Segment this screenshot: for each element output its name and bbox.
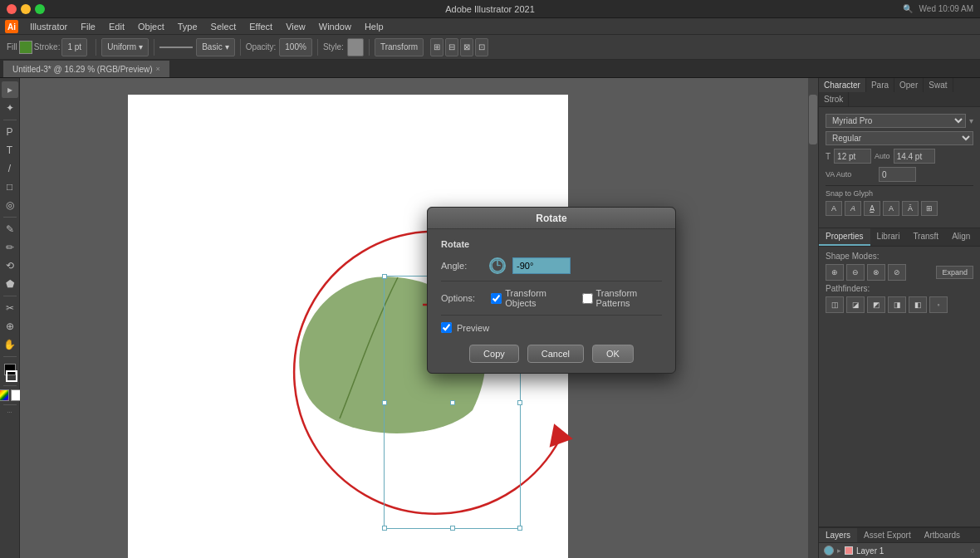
- copy-button[interactable]: Copy: [469, 345, 519, 363]
- sel-handle-tl[interactable]: [382, 274, 387, 279]
- distribute[interactable]: ⊡: [475, 38, 488, 56]
- style-input[interactable]: [347, 38, 364, 56]
- vertical-scrollbar[interactable]: [808, 78, 818, 558]
- tab-align[interactable]: Align: [945, 228, 977, 246]
- uniform-select[interactable]: Uniform ▾: [101, 38, 149, 56]
- leading-input[interactable]: [894, 149, 935, 164]
- tool-hand[interactable]: ✋: [2, 336, 18, 353]
- traffic-lights[interactable]: [7, 4, 45, 14]
- canvas-area[interactable]: Rotate Rotate Angle:: [20, 78, 818, 558]
- sel-handle-br[interactable]: [517, 526, 522, 531]
- basic-select[interactable]: Basic ▾: [196, 38, 234, 56]
- menu-view[interactable]: View: [279, 18, 312, 35]
- opacity-input[interactable]: 100%: [279, 38, 312, 56]
- tool-type[interactable]: T: [2, 142, 18, 159]
- document-tab[interactable]: Untitled-3* @ 16.29 % (RGB/Preview) ×: [3, 61, 169, 77]
- sel-handle-bl[interactable]: [382, 526, 387, 531]
- tab-artboards[interactable]: Artboards: [918, 528, 967, 542]
- font-style-select[interactable]: Regular: [826, 131, 973, 145]
- divide-btn[interactable]: ◫: [826, 296, 844, 313]
- sel-handle-mr[interactable]: [517, 400, 522, 405]
- transform-button[interactable]: Transform: [375, 38, 424, 56]
- stroke-style-selector[interactable]: [159, 46, 193, 48]
- merge-btn[interactable]: ◩: [867, 296, 885, 313]
- tool-zoom[interactable]: ⊕: [2, 318, 18, 335]
- tab-close-button[interactable]: ×: [156, 65, 160, 73]
- menu-select[interactable]: Select: [204, 18, 243, 35]
- align-left[interactable]: ⊞: [430, 38, 443, 56]
- tab-swatches[interactable]: Swat: [924, 78, 953, 92]
- glyph-btn-1[interactable]: A: [826, 201, 842, 216]
- tab-character[interactable]: Character: [819, 78, 866, 92]
- close-button[interactable]: [7, 4, 17, 14]
- angle-input[interactable]: [512, 257, 571, 274]
- exclude-btn[interactable]: ⊘: [888, 264, 906, 281]
- tab-opentype[interactable]: Oper: [894, 78, 924, 92]
- crop-btn[interactable]: ◨: [888, 296, 906, 313]
- tool-scissors[interactable]: ✂: [2, 300, 18, 316]
- tool-scale[interactable]: ⬟: [2, 276, 18, 292]
- tool-paintbrush[interactable]: ✎: [2, 221, 18, 237]
- glyph-btn-3[interactable]: A̲: [864, 201, 880, 216]
- align-center[interactable]: ⊟: [445, 38, 458, 56]
- trim-btn[interactable]: ◪: [846, 296, 865, 313]
- more-tools[interactable]: ···: [7, 409, 12, 416]
- menu-object[interactable]: Object: [131, 18, 171, 35]
- tool-pen[interactable]: P: [2, 124, 18, 140]
- tab-layers[interactable]: Layers: [819, 528, 857, 542]
- tool-ellipse[interactable]: ◎: [2, 197, 18, 213]
- search-icon[interactable]: 🔍: [903, 4, 913, 13]
- tab-transform[interactable]: Transft: [906, 228, 945, 246]
- tab-asset-export[interactable]: Asset Export: [857, 528, 918, 542]
- preview-checkbox[interactable]: [441, 322, 452, 333]
- menu-window[interactable]: Window: [312, 18, 358, 35]
- color-mode-btn[interactable]: [0, 389, 9, 401]
- glyph-btn-2[interactable]: A: [845, 201, 861, 216]
- menu-effect[interactable]: Effect: [243, 18, 279, 35]
- layer-expand-arrow[interactable]: ▸: [837, 546, 841, 555]
- glyph-btn-4[interactable]: A: [883, 201, 899, 216]
- unite-btn[interactable]: ⊕: [826, 264, 844, 281]
- menu-type[interactable]: Type: [171, 18, 204, 35]
- tab-stroke[interactable]: Strok: [819, 92, 849, 106]
- stroke-weight-input[interactable]: 1 pt: [61, 38, 87, 56]
- stroke-indicator[interactable]: [6, 370, 17, 382]
- tab-properties[interactable]: Properties: [819, 228, 870, 246]
- sel-handle-center[interactable]: [450, 400, 455, 405]
- glyph-btn-6[interactable]: ⊞: [921, 201, 938, 216]
- menu-file[interactable]: File: [74, 18, 102, 35]
- scroll-thumb[interactable]: [809, 95, 817, 144]
- transform-objects-checkbox[interactable]: [491, 293, 502, 304]
- intersect-btn[interactable]: ⊗: [867, 264, 885, 281]
- minus-front-btn[interactable]: ⊖: [846, 264, 865, 281]
- ok-button[interactable]: OK: [592, 345, 634, 363]
- minimize-button[interactable]: [21, 4, 31, 14]
- tool-line[interactable]: /: [2, 160, 18, 177]
- tool-pencil[interactable]: ✏: [2, 239, 18, 256]
- align-right[interactable]: ⊠: [460, 38, 473, 56]
- tool-direct-select[interactable]: ✦: [2, 100, 18, 116]
- layer-visibility-toggle[interactable]: [824, 546, 834, 556]
- minus-back-btn[interactable]: ◦: [929, 296, 948, 313]
- glyph-btn-5[interactable]: Ā: [902, 201, 919, 216]
- tab-libraries[interactable]: Librari: [870, 228, 907, 246]
- cancel-button[interactable]: Cancel: [527, 345, 584, 363]
- font-size-input[interactable]: [834, 149, 871, 164]
- tool-select[interactable]: ▸: [2, 81, 18, 98]
- outline-btn[interactable]: ◧: [909, 296, 927, 313]
- maximize-button[interactable]: [35, 4, 45, 14]
- tool-shape[interactable]: □: [2, 179, 18, 195]
- menu-edit[interactable]: Edit: [102, 18, 131, 35]
- transform-patterns-checkbox[interactable]: [582, 293, 593, 304]
- tab-paragraph[interactable]: Para: [866, 78, 894, 92]
- sel-handle-ml[interactable]: [382, 400, 387, 405]
- fill-color-swatch[interactable]: [19, 41, 32, 54]
- dialog-titlebar[interactable]: Rotate: [428, 208, 675, 229]
- expand-button[interactable]: Expand: [936, 266, 973, 279]
- sel-handle-bc[interactable]: [450, 526, 455, 531]
- tool-rotate[interactable]: ⟲: [2, 257, 18, 274]
- menu-illustrator[interactable]: Illustrator: [23, 18, 74, 35]
- menu-help[interactable]: Help: [358, 18, 390, 35]
- tracking-input[interactable]: [879, 167, 916, 182]
- font-family-select[interactable]: Myriad Pro: [826, 114, 966, 128]
